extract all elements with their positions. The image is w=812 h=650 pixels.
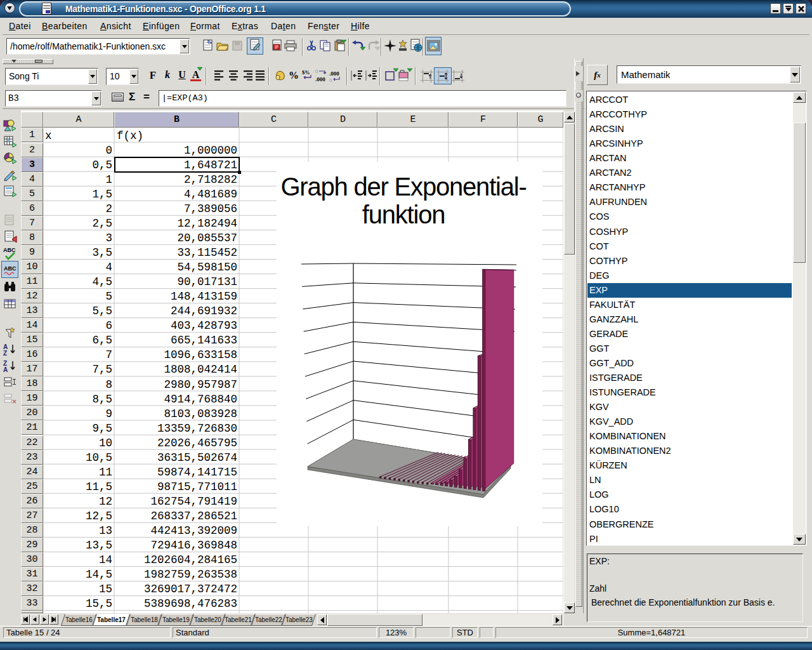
svg-text:.000: .000 — [329, 70, 339, 77]
svg-text:Graph der Exponential-: Graph der Exponential- — [280, 173, 526, 201]
svg-text:.000: .000 — [315, 76, 325, 83]
svg-text:funktion: funktion — [362, 201, 445, 229]
svg-text:0: 0 — [315, 69, 318, 74]
svg-text:0: 0 — [329, 77, 332, 83]
svg-text:$%: $% — [302, 69, 310, 76]
